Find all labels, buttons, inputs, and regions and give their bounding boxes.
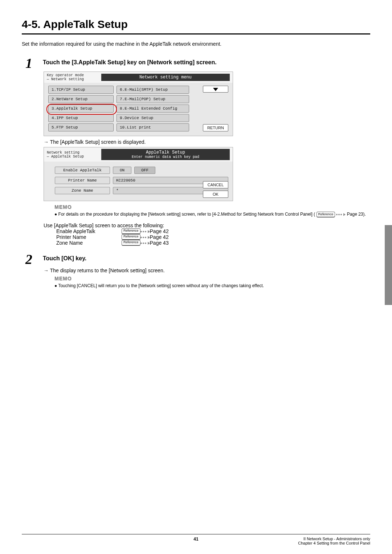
memo-text-2: ● Touching [CANCEL] will return you to t… — [54, 282, 370, 289]
access-intro: Use [AppleTalk Setup] screen to access t… — [44, 223, 370, 228]
access-row-enable: Enable AppleTalk Reference Page 42 — [56, 228, 370, 234]
reference-badge-memo1: Reference — [317, 212, 335, 218]
reference-badge-a1: Reference — [122, 234, 140, 240]
access-enable-page: Page 42 — [150, 228, 169, 234]
panel-2-breadcrumb: Network setting — AppleTalk Setup — [47, 151, 101, 159]
access-enable-label: Enable AppleTalk — [56, 228, 122, 234]
scroll-down-button[interactable] — [203, 86, 228, 93]
reference-badge-a0: Reference — [122, 228, 140, 234]
result-note-2: → The display returns to the [Network se… — [44, 268, 370, 273]
dots-icon-a0 — [140, 228, 150, 234]
breadcrumb2-line1: Network setting — [47, 151, 101, 155]
zone-name-row: Zone Name * — [55, 187, 228, 194]
smtp-setup-button[interactable]: 6.E-Mail(SMTP) Setup — [117, 86, 189, 94]
zone-name-label: Zone Name — [55, 187, 110, 194]
panel-1-title: Network setting menu — [101, 74, 230, 81]
access-printer-page: Page 42 — [150, 234, 169, 240]
title-rule — [22, 33, 370, 34]
access-zone-label: Zone Name — [56, 240, 122, 246]
step-2-number: 2 — [25, 254, 36, 265]
ok-button[interactable]: OK — [203, 191, 228, 198]
pop-setup-button[interactable]: 7.E-Mail(POP) Setup — [117, 95, 189, 103]
dots-icon-a1 — [140, 234, 150, 240]
dots-icon-a2 — [140, 240, 150, 246]
memo2-text: Touching [CANCEL] will return you to the… — [58, 283, 264, 288]
step-2: 2 Touch [OK] key. — [25, 254, 370, 265]
access-block: Use [AppleTalk Setup] screen to access t… — [44, 223, 370, 246]
panel-1-body: 1.TCP/IP Setup 2.NetWare Setup 3.AppleTa… — [44, 83, 233, 136]
access-row-zone: Zone Name Reference Page 43 — [56, 240, 370, 246]
step-1-text: Touch the [3.AppleTalk Setup] key on [Ne… — [43, 58, 217, 66]
network-setting-menu-panel: Key operator mode — Network setting Netw… — [44, 72, 233, 136]
intro-text: Set the information required for using t… — [22, 41, 370, 47]
tcpip-setup-button[interactable]: 1.TCP/IP Setup — [48, 86, 114, 94]
panel-1-header: Key operator mode — Network setting Netw… — [44, 72, 233, 83]
ipp-setup-button[interactable]: 4.IPP Setup — [48, 114, 114, 122]
enable-off-button[interactable]: OFF — [134, 167, 155, 174]
enable-appletalk-row: Enable AppleTalk ON OFF — [55, 167, 228, 174]
memo1-part-b: Page 23). — [347, 212, 366, 217]
step-2-text: Touch [OK] key. — [43, 254, 86, 262]
access-printer-label: Printer Name — [56, 234, 122, 240]
breadcrumb2-line2: — AppleTalk Setup — [47, 155, 101, 159]
side-tab — [385, 225, 392, 300]
email-extended-button[interactable]: 8.E-Mail Extended Config — [117, 105, 189, 113]
breadcrumb-line2: — Network setting — [47, 77, 101, 81]
enable-on-button[interactable]: ON — [113, 167, 131, 174]
ftp-setup-button[interactable]: 5.FTP Setup — [48, 123, 114, 131]
access-row-printer: Printer Name Reference Page 42 — [56, 234, 370, 240]
page-title: 4-5. AppleTalk Setup — [22, 18, 370, 30]
memo-text-1: ● For details on the procedure for displ… — [54, 211, 370, 217]
list-print-button[interactable]: 10.List print — [117, 123, 189, 131]
panel-2-header: Network setting — AppleTalk Setup AppleT… — [44, 147, 233, 162]
panel-1-mid-col: 6.E-Mail(SMTP) Setup 7.E-Mail(POP) Setup… — [117, 86, 189, 131]
step-1-number: 1 — [25, 58, 36, 69]
return-button[interactable]: RETURN — [203, 124, 228, 131]
appletalk-setup-button[interactable]: 3.AppleTalk Setup — [48, 105, 114, 113]
panel-1-left-col: 1.TCP/IP Setup 2.NetWare Setup 3.AppleTa… — [48, 86, 114, 131]
breadcrumb-line1: Key operator mode — [47, 73, 101, 77]
enable-appletalk-label: Enable AppleTalk — [55, 167, 110, 174]
step-1: 1 Touch the [3.AppleTalk Setup] key on [… — [25, 58, 370, 69]
panel-2-title: AppleTalk Setup — [104, 150, 227, 155]
result-note-1: → The [AppleTalk Setup] screen is displa… — [44, 139, 370, 145]
printer-name-row: Printer Name KC220050 — [55, 177, 228, 184]
netware-setup-button[interactable]: 2.NetWare Setup — [48, 95, 114, 103]
panel-2-subtitle: Enter numeric data with key pad — [104, 155, 227, 159]
device-setup-button[interactable]: 9.Device Setup — [117, 114, 189, 122]
appletalk-setup-panel: Network setting — AppleTalk Setup AppleT… — [44, 147, 233, 201]
access-zone-page: Page 43 — [150, 240, 169, 246]
memo-label-1: MEMO — [54, 204, 370, 210]
panel-1-breadcrumb: Key operator mode — Network setting — [47, 73, 101, 81]
memo-label-2: MEMO — [54, 276, 370, 281]
printer-name-label: Printer Name — [55, 177, 110, 184]
cancel-button[interactable]: CANCEL — [203, 181, 228, 188]
panel-1-side-col: RETURN — [203, 86, 228, 131]
memo1-part-a: For details on the procedure for display… — [58, 212, 315, 217]
panel-2-side-col: CANCEL OK — [203, 181, 228, 198]
reference-badge-a2: Reference — [122, 240, 140, 246]
arrow-down-icon — [213, 88, 218, 91]
panel-2-body: Enable AppleTalk ON OFF Printer Name KC2… — [44, 162, 233, 201]
dots-icon-memo1 — [336, 212, 346, 217]
panel-2-title-bar: AppleTalk Setup Enter numeric data with … — [101, 149, 230, 160]
